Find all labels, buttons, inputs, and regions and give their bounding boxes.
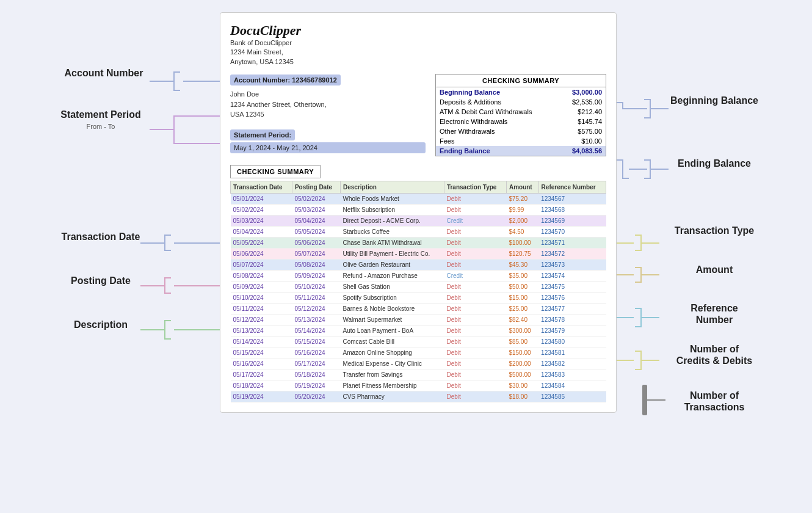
cell-type: Debit (444, 326, 506, 337)
cell-post-date: 05/03/2024 (292, 205, 340, 216)
cell-desc: Spotify Subscription (340, 293, 444, 304)
cell-type: Debit (444, 293, 506, 304)
th-trans-date: Transaction Date (231, 181, 292, 194)
th-type: Transaction Type (444, 181, 506, 194)
checking-summary-title: CHECKING SUMMARY (436, 75, 606, 87)
cell-trans-date: 05/17/2024 (231, 369, 292, 380)
th-ref: Reference Number (538, 181, 606, 194)
cell-ref: 1234583 (538, 369, 606, 380)
table-row: 05/06/2024 05/07/2024 Utility Bill Payme… (231, 249, 606, 260)
amount-label: Amount (653, 264, 775, 275)
cell-amount: $50.00 (506, 282, 538, 293)
table-row: 05/03/2024 05/04/2024 Direct Deposit - A… (231, 216, 606, 227)
summary-row: Deposits & Additions$2,535.00 (436, 97, 606, 107)
cell-desc: Planet Fitness Membership (340, 380, 444, 391)
cell-trans-date: 05/16/2024 (231, 358, 292, 369)
cell-post-date: 05/06/2024 (292, 238, 340, 249)
cell-post-date: 05/10/2024 (292, 282, 340, 293)
cell-post-date: 05/13/2024 (292, 315, 340, 326)
th-amount: Amount (506, 181, 538, 194)
cell-trans-date: 05/09/2024 (231, 282, 292, 293)
doc-top-section: Account Number: 123456789012 John Doe 12… (230, 74, 606, 156)
table-row: 05/09/2024 05/10/2024 Shell Gas Station … (231, 282, 606, 293)
cell-post-date: 05/15/2024 (292, 337, 340, 347)
cell-amount: $75.20 (506, 194, 538, 205)
cell-desc: Auto Loan Payment - BoA (340, 326, 444, 337)
cell-desc: Shell Gas Station (340, 282, 444, 293)
cell-trans-date: 05/05/2024 (231, 238, 292, 249)
cell-type: Debit (444, 358, 506, 369)
cell-trans-date: 05/01/2024 (231, 194, 292, 205)
account-info: Account Number: 123456789012 John Doe 12… (230, 74, 426, 156)
cell-amount: $500.00 (506, 369, 538, 380)
cell-trans-date: 05/11/2024 (231, 304, 292, 315)
cell-ref: 1234575 (538, 282, 606, 293)
cell-post-date: 05/20/2024 (292, 391, 340, 402)
svg-rect-24 (642, 385, 647, 415)
cell-type: Debit (444, 194, 506, 205)
cell-trans-date: 05/08/2024 (231, 271, 292, 282)
transaction-type-label: Transaction Type (653, 225, 775, 236)
cell-ref: 1234585 (538, 391, 606, 402)
cell-post-date: 05/11/2024 (292, 293, 340, 304)
cell-trans-date: 05/14/2024 (231, 337, 292, 347)
cell-post-date: 05/16/2024 (292, 347, 340, 358)
table-row: 05/14/2024 05/15/2024 Comcast Cable Bill… (231, 337, 606, 347)
cell-type: Debit (444, 249, 506, 260)
cell-desc: Medical Expense - City Clinic (340, 358, 444, 369)
bank-address: Bank of DocuClipper 1234 Main Street, An… (230, 38, 606, 67)
cell-amount: $100.00 (506, 238, 538, 249)
cell-type: Debit (444, 380, 506, 391)
cell-type: Debit (444, 238, 506, 249)
cell-amount: $85.00 (506, 337, 538, 347)
cell-post-date: 05/17/2024 (292, 358, 340, 369)
account-number-box: Account Number: 123456789012 (230, 75, 341, 86)
cell-post-date: 05/08/2024 (292, 260, 340, 271)
cell-type: Debit (444, 369, 506, 380)
cell-ref: 1234569 (538, 216, 606, 227)
cell-amount: $25.00 (506, 304, 538, 315)
cell-desc: Direct Deposit - ACME Corp. (340, 216, 444, 227)
ending-balance-label: Ending Balance (653, 158, 775, 169)
cell-trans-date: 05/12/2024 (231, 315, 292, 326)
cell-amount: $18.00 (506, 391, 538, 402)
cell-trans-date: 05/07/2024 (231, 260, 292, 271)
table-row: 05/19/2024 05/20/2024 CVS Pharmacy Debit… (231, 391, 606, 402)
cell-ref: 1234571 (538, 238, 606, 249)
document-area: DocuClipper Bank of DocuClipper 1234 Mai… (220, 12, 617, 413)
table-row: 05/11/2024 05/12/2024 Barnes & Noble Boo… (231, 304, 606, 315)
transactions-table: Transaction Date Posting Date Descriptio… (230, 181, 606, 402)
cell-desc: Refund - Amazon Purchase (340, 271, 444, 282)
cell-type: Debit (444, 260, 506, 271)
cell-post-date: 05/07/2024 (292, 249, 340, 260)
account-holder: John Doe 1234 Another Street, Othertown,… (230, 89, 426, 120)
cell-ref: 1234582 (538, 358, 606, 369)
table-row: 05/13/2024 05/14/2024 Auto Loan Payment … (231, 326, 606, 337)
table-row: 05/01/2024 05/02/2024 Whole Foods Market… (231, 194, 606, 205)
main-container: Account Number Statement Period From - T… (0, 0, 812, 513)
summary-rows: Beginning Balance$3,000.00Deposits & Add… (436, 87, 606, 156)
cell-amount: $2,000 (506, 216, 538, 227)
cell-trans-date: 05/18/2024 (231, 380, 292, 391)
cell-desc: Chase Bank ATM Withdrawal (340, 238, 444, 249)
cell-trans-date: 05/19/2024 (231, 391, 292, 402)
cell-ref: 1234578 (538, 315, 606, 326)
posting-date-label: Posting Date (34, 275, 168, 286)
cell-ref: 1234568 (538, 205, 606, 216)
cell-trans-date: 05/03/2024 (231, 216, 292, 227)
cell-ref: 1234577 (538, 304, 606, 315)
cell-ref: 1234576 (538, 293, 606, 304)
cell-type: Debit (444, 347, 506, 358)
cell-ref: 1234573 (538, 260, 606, 271)
cell-amount: $9.99 (506, 205, 538, 216)
transactions-section-title: CHECKING SUMMARY (230, 165, 321, 178)
cell-ref: 1234570 (538, 227, 606, 238)
cell-ref: 1234567 (538, 194, 606, 205)
cell-ref: 1234572 (538, 249, 606, 260)
table-row: 05/15/2024 05/16/2024 Amazon Online Shop… (231, 347, 606, 358)
cell-type: Debit (444, 227, 506, 238)
cell-post-date: 05/12/2024 (292, 304, 340, 315)
summary-row: Ending Balance$4,083.56 (436, 146, 606, 156)
cell-amount: $82.40 (506, 315, 538, 326)
transactions-tbody: 05/01/2024 05/02/2024 Whole Foods Market… (231, 194, 606, 402)
